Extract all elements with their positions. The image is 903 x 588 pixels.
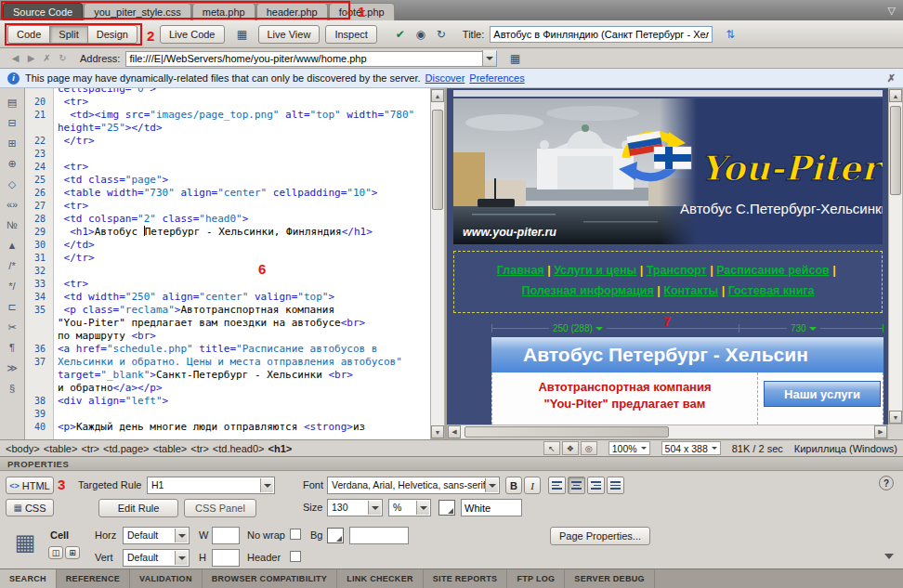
tag-selector-table[interactable]: <table> (153, 443, 188, 454)
scroll-right-icon[interactable]: ▶ (874, 425, 887, 438)
code-line-text[interactable] (49, 148, 58, 161)
nav-link[interactable]: Услуги и цены (554, 264, 636, 277)
italic-button[interactable]: I (524, 477, 541, 494)
edit-rule-button[interactable]: Edit Rule (98, 499, 178, 517)
code-line-text[interactable]: </tr> (49, 135, 95, 148)
hand-tool-icon[interactable]: ❖ (562, 441, 579, 455)
header-checkbox[interactable] (290, 551, 301, 562)
select-tool-icon[interactable]: ↖ (543, 441, 560, 455)
code-line-text[interactable]: <td><img src="images/page_top.png" alt="… (49, 109, 414, 122)
window-size-dropdown[interactable]: 504 x 388 (661, 441, 721, 455)
bg-color-input[interactable] (349, 527, 409, 544)
code-line-text[interactable]: </tr> (49, 252, 95, 265)
nav-link[interactable]: Транспорт (647, 264, 707, 277)
code-line-text[interactable]: <h1>Автобус Петербург - Хельсинки, Финля… (49, 226, 373, 239)
code-line-text[interactable]: <td colspan="2" class="head0"> (49, 213, 248, 226)
split-cell-button[interactable]: ⊞ (65, 546, 80, 559)
design-hscroll-thumb[interactable] (465, 426, 669, 438)
collapse-full-tag-icon[interactable]: ⊟ (3, 112, 22, 133)
live-view-button[interactable]: Live View (258, 25, 321, 44)
code-line-text[interactable]: <tr> (49, 96, 88, 109)
remove-comment-icon[interactable]: */ (3, 276, 22, 296)
table-width-menu[interactable]: 730 (787, 322, 820, 334)
code-line-text[interactable]: <tr> (49, 200, 88, 213)
file-tab-you_piter_style.css[interactable]: you_piter_style.css (84, 3, 191, 20)
refresh-icon[interactable]: ↻ (55, 51, 71, 66)
panel-tab-search[interactable]: SEARCH (0, 569, 57, 588)
close-info-bar-icon[interactable]: ✗ (887, 72, 896, 85)
panel-tab-browser-compatibility[interactable]: BROWSER COMPATIBILITY (203, 569, 337, 588)
tag-selector-tr[interactable]: <tr> (190, 443, 209, 454)
code-line-text[interactable] (49, 265, 58, 278)
vert-select[interactable]: Default (123, 549, 190, 567)
expand-all-icon[interactable]: ⊕ (3, 153, 22, 174)
code-line-text[interactable]: <a href="schedule.php" title="Расписание… (49, 343, 377, 356)
code-line-text[interactable]: <td class="page"> (49, 174, 168, 187)
bg-color-swatch[interactable] (327, 528, 344, 543)
align-right-button[interactable] (587, 477, 605, 494)
live-code-button[interactable]: Live Code (160, 25, 225, 44)
format-source-code-icon[interactable]: § (3, 378, 22, 399)
size-unit-select[interactable]: % (388, 499, 431, 516)
nav-link[interactable]: Контакты (663, 284, 718, 297)
panel-tab-link-checker[interactable]: LINK CHECKER (337, 569, 424, 588)
forward-icon[interactable]: ▶ (23, 51, 39, 66)
wrap-tag-icon[interactable]: ⊏ (3, 296, 22, 317)
code-line-text[interactable]: height="25"></td> (49, 122, 163, 135)
merge-cells-button[interactable]: ◫ (48, 546, 63, 559)
scroll-left-icon[interactable]: ◀ (448, 425, 461, 438)
scroll-down-icon[interactable]: ▼ (889, 411, 902, 424)
panel-tab-server-debug[interactable]: SERVER DEBUG (565, 569, 654, 588)
file-tab-meta.php[interactable]: meta.php (192, 3, 255, 20)
design-horizontal-scrollbar[interactable]: ◀ ▶ (447, 425, 888, 439)
design-vertical-scrollbar[interactable]: ▲ ▼ (888, 88, 903, 425)
zoom-tool-icon[interactable]: ◎ (581, 441, 597, 455)
scroll-down-icon[interactable]: ▼ (431, 425, 444, 438)
panel-tab-validation[interactable]: VALIDATION (130, 569, 203, 588)
magnification-dropdown[interactable]: 100% (609, 441, 650, 455)
code-line-text[interactable]: и обратно</a></p> (49, 382, 163, 395)
nav-link[interactable]: Расписание рейсов (716, 264, 830, 277)
tag-selector-td.head0[interactable]: <td.head0> (213, 443, 265, 454)
code-view-button[interactable]: Code (7, 25, 50, 44)
collapse-selection-icon[interactable]: ⊞ (3, 133, 22, 153)
code-line-text[interactable]: Хельсинки и обратно. Цены и места отправ… (49, 356, 402, 369)
page-properties-button[interactable]: Page Properties... (550, 527, 650, 545)
refresh-design-view-icon[interactable]: ↻ (431, 25, 452, 44)
move-or-convert-css-icon[interactable]: ¶ (3, 337, 22, 358)
no-wrap-checkbox[interactable] (290, 529, 301, 540)
text-color-swatch[interactable] (438, 500, 455, 516)
align-justify-button[interactable] (607, 477, 624, 494)
code-view[interactable]: cellspacing="0">20 <tr>21 <td><img src="… (25, 88, 430, 439)
properties-panel-title[interactable]: PROPERTIES (0, 457, 903, 471)
back-icon[interactable]: ◀ (7, 51, 23, 66)
code-line-text[interactable]: <td width="250" align="center" valign="t… (49, 291, 334, 304)
size-select[interactable]: 130 (327, 499, 383, 516)
panel-tab-ftp-log[interactable]: FTP LOG (507, 569, 565, 588)
apply-comment-icon[interactable]: /* (3, 255, 22, 276)
code-line-text[interactable]: <div align="left"> (49, 395, 168, 408)
code-line-text[interactable]: <p>Каждый день многие люди отправляются … (49, 421, 365, 434)
horz-select[interactable]: Default (123, 527, 190, 544)
nav-link[interactable]: Главная (497, 264, 544, 277)
align-left-button[interactable] (548, 477, 566, 494)
code-line-text[interactable] (49, 408, 58, 421)
tag-selector-td.page[interactable]: <td.page> (103, 443, 150, 454)
code-line-text[interactable]: cellspacing="0"> (49, 88, 156, 96)
page-heading[interactable]: Автобус Петербург - Хельсин (491, 337, 883, 372)
bold-button[interactable]: B (505, 477, 522, 494)
scroll-up-icon[interactable]: ▲ (889, 89, 902, 102)
collapse-panel-icon[interactable] (884, 554, 894, 559)
code-line-text[interactable]: <tr> (49, 161, 88, 174)
site-banner[interactable]: You-Piter Автобус С.Петербург-Хельсинки … (453, 98, 883, 244)
line-numbers-icon[interactable]: № (3, 215, 22, 235)
file-management-icon[interactable]: ⇅ (720, 25, 740, 44)
code-line-text[interactable]: <p class="reclama">Автотранспортная комп… (49, 304, 334, 317)
address-dropdown-icon[interactable] (482, 50, 496, 66)
preview-in-browser-icon[interactable]: ◉ (411, 25, 431, 44)
discover-link[interactable]: Discover (425, 72, 465, 84)
file-tab-header.php[interactable]: header.php (256, 3, 328, 20)
indent-code-icon[interactable]: ≫ (3, 358, 22, 378)
services-header[interactable]: Наши услуги (764, 381, 881, 407)
address-input[interactable] (125, 51, 497, 67)
